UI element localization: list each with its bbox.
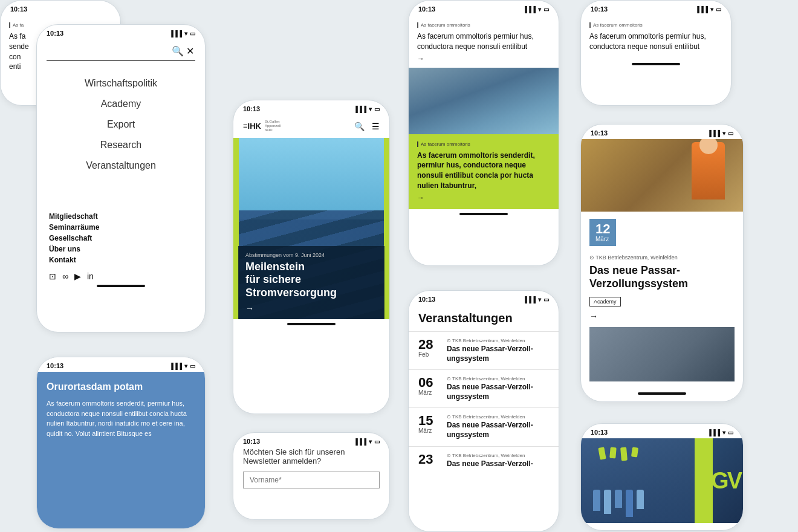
wifi-icon-4: ▾ <box>538 6 541 13</box>
gv-label: GV <box>711 469 741 492</box>
event-item-4[interactable]: 23 TKB Betriebszentrum, Weinfelden Das n… <box>409 446 559 475</box>
nav-item-seminarraeume[interactable]: Seminarräume <box>49 223 193 232</box>
firstname-input[interactable] <box>243 472 380 488</box>
event-hero-title: Das neue Passar-Verzollungssystem <box>589 264 735 290</box>
event-day-badge: 12 <box>595 222 610 236</box>
nav-item-kontakt[interactable]: Kontakt <box>49 256 193 264</box>
nav-item-export[interactable]: Export <box>37 114 205 135</box>
phone-events: 10:13 ▐▐▐ ▾ ▭ Veranstaltungen 28 Feb TKB… <box>408 290 559 532</box>
search-input[interactable] <box>47 47 170 56</box>
instagram-icon[interactable]: ⊡ <box>49 271 56 281</box>
right-article-title: As facerum ommoltoris permiur hus, condu… <box>589 31 722 52</box>
wifi-icon-2: ▾ <box>369 106 372 112</box>
blue-card-body: As facerum ommoltoris senderdit, permiur… <box>47 398 195 438</box>
time-2: 10:13 <box>243 105 260 112</box>
youtube-icon[interactable]: ▶ <box>74 271 81 281</box>
event-name-2: Das neue Passar-Verzoll-ungssystem <box>447 383 549 401</box>
wifi-icon-3: ▾ <box>369 438 372 445</box>
nav-item-wirtschaftspolitik[interactable]: Wirtschaftspolitik <box>37 73 205 94</box>
status-icons-9: ▐▐▐ ▾ ▭ <box>707 429 733 436</box>
search-icon-ihk[interactable]: 🔍 <box>354 122 365 131</box>
close-button[interactable]: ✕ <box>185 44 195 58</box>
article-title-green: As facerum ommoltoris senderdit, permiur… <box>417 151 550 191</box>
signal-icon-3: ▐▐▐ <box>354 438 366 445</box>
sky <box>233 138 389 219</box>
status-bar-7: 10:13 ▐▐▐ ▾ ▭ <box>581 125 743 139</box>
time-7: 10:13 <box>591 129 608 137</box>
battery-icon-7: ▭ <box>728 130 733 137</box>
hero-arrow[interactable]: → <box>245 303 377 313</box>
status-icons-5: ▐▐▐ ▾ ▭ <box>523 296 549 303</box>
battery-icon-3: ▭ <box>374 438 380 445</box>
date-badge: 12 März <box>589 219 616 246</box>
event-location-3: TKB Betriebszentrum, Weinfelden <box>447 414 549 420</box>
building-image <box>589 327 735 381</box>
signal-icon-2: ▐▐▐ <box>354 106 366 112</box>
battery-icon-2: ▭ <box>374 106 380 112</box>
event-item-2[interactable]: 06 März TKB Betriebszentrum, Weinfelden … <box>409 369 559 407</box>
battery-icon-9: ▭ <box>728 429 733 436</box>
signal-icon-4: ▐▐▐ <box>523 6 536 13</box>
article-tag-1: As facerum ommoltoris <box>417 22 550 28</box>
gv-green-bar <box>695 438 713 523</box>
events-section-title: Veranstaltungen <box>409 305 559 331</box>
status-bar-partial: 10:13 <box>1 1 120 15</box>
event-date-4: 23 <box>418 453 440 466</box>
event-name-4: Das neue Passar-Verzoll- <box>447 459 549 469</box>
event-item-3[interactable]: 15 März TKB Betriebszentrum, Weinfelden … <box>409 407 559 446</box>
right-green-bar <box>384 138 389 319</box>
event-location-4: TKB Betriebszentrum, Weinfelden <box>447 453 549 458</box>
menu-icon-ihk[interactable]: ☰ <box>372 122 380 131</box>
nav-menu: Wirtschaftspolitik Academy Export Resear… <box>37 73 205 176</box>
search-bar[interactable]: 🔍 ✕ <box>47 44 195 61</box>
event-name-1: Das neue Passar-Verzoll-ungssystem <box>447 345 549 363</box>
wifi-icon-7: ▾ <box>722 130 725 137</box>
time-9: 10:13 <box>591 429 608 436</box>
solar-background: Abstimmungen vom 9. Juni 2024 Meilenstei… <box>233 138 389 319</box>
nav-item-research[interactable]: Research <box>37 135 205 155</box>
status-bar-2: 10:13 ▐▐▐ ▾ ▭ <box>233 100 389 115</box>
search-button[interactable]: 🔍 <box>170 44 185 58</box>
signal-icon-9: ▐▐▐ <box>707 429 720 436</box>
right-article-card[interactable]: As facerum ommoltoris As facerum ommolto… <box>581 15 731 59</box>
right-article-tag: As facerum ommoltoris <box>589 22 722 28</box>
battery-icon-4: ▭ <box>543 6 549 13</box>
green-article-card[interactable]: As facerum ommoltoris As facerum ommolto… <box>409 134 559 209</box>
article-card-1[interactable]: As facerum ommoltoris As facerum ommolto… <box>409 15 559 68</box>
article-arrow-green[interactable]: → <box>417 193 550 202</box>
article-arrow-1[interactable]: → <box>417 54 550 63</box>
wifi-icon-8: ▾ <box>184 363 187 369</box>
gv-people-row <box>593 490 644 517</box>
linkedin-icon[interactable]: in <box>87 271 94 281</box>
medium-icon[interactable]: ∞ <box>62 271 68 281</box>
phone-right-article: 10:13 ▐▐▐ ▾ ▭ As facerum ommoltoris As f… <box>580 0 731 106</box>
event-hero-location: ⊙ TKB Betriebszentrum, Weinfelden <box>589 255 735 261</box>
phone-articles: 10:13 ▐▐▐ ▾ ▭ As facerum ommoltoris As f… <box>408 0 559 266</box>
nav-item-mitgliedschaft[interactable]: Mitgliedschaft <box>49 212 193 221</box>
location-pin-icon: ⊙ <box>589 255 594 261</box>
battery-icon-6: ▭ <box>716 6 721 13</box>
event-day-1: 28 <box>418 338 440 351</box>
event-name-3: Das neue Passar-Verzoll-ungssystem <box>447 421 549 440</box>
wifi-icon-5: ▾ <box>538 296 541 303</box>
home-indicator-4 <box>459 213 508 215</box>
ihk-logo: ≡IHK St.GallenAppenzellbeID <box>243 120 281 133</box>
wifi-icon-6: ▾ <box>710 6 713 13</box>
nav-item-veranstaltungen[interactable]: Veranstaltungen <box>37 155 205 176</box>
nav-item-academy[interactable]: Academy <box>37 94 205 114</box>
battery-icon-5: ▭ <box>543 296 549 303</box>
phone-event-hero: 10:13 ▐▐▐ ▾ ▭ 12 März ⊙ TKB Betriebszent… <box>580 124 744 402</box>
signal-icon: ▐▐▐ <box>169 30 182 37</box>
status-bar-5: 10:13 ▐▐▐ ▾ ▭ <box>409 291 559 305</box>
nav-item-gesellschaft[interactable]: Gesellschaft <box>49 234 193 242</box>
hero-caption-sub: Abstimmungen vom 9. Juni 2024 <box>245 252 377 258</box>
status-bar-9: 10:13 ▐▐▐ ▾ ▭ <box>581 424 743 438</box>
battery-icon-8: ▭ <box>190 363 195 369</box>
status-icons-6: ▐▐▐ ▾ ▭ <box>695 6 721 13</box>
nav-item-ueber-uns[interactable]: Über uns <box>49 245 193 253</box>
event-location-2: TKB Betriebszentrum, Weinfelden <box>447 376 549 381</box>
event-hero-arrow[interactable]: → <box>589 311 735 321</box>
event-month-1: Feb <box>418 351 440 358</box>
event-item-1[interactable]: 28 Feb TKB Betriebszentrum, Weinfelden D… <box>409 331 559 369</box>
event-day-4: 23 <box>418 453 440 466</box>
